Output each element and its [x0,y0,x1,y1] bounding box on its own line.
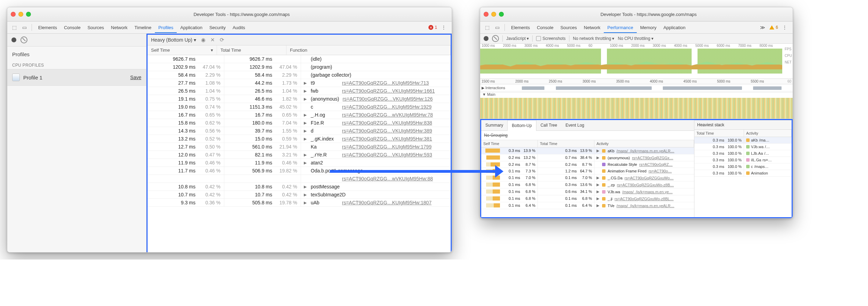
table-row[interactable]: rs=ACT90oGqRZGG…wVKUIgM95Hw:88 [148,175,451,183]
table-row[interactable]: 9626.7 ms9626.7 ms(idle) [148,55,451,63]
screenshots-checkbox[interactable]: Screenshots [536,36,566,41]
table-row[interactable]: 0.1 ms6.8 %0.1 ms6.8 %▶_.ji rs=ACT90oGqR… [481,195,694,202]
close-icon[interactable] [484,12,489,17]
tab-elements[interactable]: Elements [508,22,533,33]
tab-bottom-up[interactable]: Bottom-Up [507,120,536,131]
device-icon[interactable]: ▭ [20,23,29,32]
table-row[interactable]: 0.2 ms13.2 %0.7 ms38.4 %▶(anonymous) rs=… [481,154,694,161]
tab-application[interactable]: Application [660,22,689,33]
table-row[interactable]: 0.1 ms6.4 %0.1 ms6.4 %▶TVe /maps/_/js/k=… [481,202,694,209]
zoom-icon[interactable] [499,12,504,17]
table-row[interactable]: 15.8 ms0.62 %180.0 ms7.04 %▶F1e.Rrs=ACT9… [148,119,451,127]
table-row[interactable]: 16.7 ms0.65 %16.7 ms0.65 %▶_.H.ogrs=ACT9… [148,111,451,119]
source-link[interactable]: rs=ACT90oGqRZGGx… [632,156,673,160]
table-row[interactable]: 27.7 ms1.08 %44.2 ms1.73 %▶t9rs=ACT90oGq… [148,79,451,87]
col-total-time[interactable]: Total Time [217,45,286,55]
table-row[interactable]: 0.3 ms100.0 %c /maps… [694,163,792,170]
tab-elements[interactable]: Elements [35,22,60,33]
tab-audits[interactable]: Audits [229,22,249,33]
table-row[interactable]: 0.2 ms8.7 %0.2 ms8.7 %Recalculate Style … [481,161,694,168]
source-link[interactable]: rs=ACT90oGqRZGG…KUIgM95Hw:1799 [342,144,432,150]
timeline-ruler[interactable]: 1500 ms2000 ms2500 ms3000 ms3500 ms4000 … [480,79,793,84]
source-link[interactable]: rs=ACT90oGqRZGGxuWo… [625,176,674,180]
source-link[interactable]: rs=ACT90oGqRZGG…VKUIgM95Hw:126 [343,96,433,102]
kebab-icon[interactable]: ⋮ [779,25,790,30]
refresh-icon[interactable]: ⟳ [220,37,224,43]
grouping-dropdown[interactable]: No Grouping [481,131,694,140]
source-link[interactable]: rs=ACT90oGqRZ… [639,162,673,167]
inspect-icon[interactable]: ⬚ [10,23,19,32]
table-row[interactable]: 9.3 ms0.36 %505.8 ms19.78 %▶uAbrs=ACT90o… [148,199,451,207]
eye-icon[interactable]: ◉ [201,37,206,43]
col-function[interactable]: Function [286,45,451,55]
inspect-icon[interactable]: ⬚ [483,23,492,32]
network-throttle-dropdown[interactable]: No network throttling ▾ [573,36,614,41]
source-link[interactable]: rs=ACT90oGqRZGGxuWo-z8B… [617,183,674,187]
table-row[interactable]: 0.3 ms100.0 %LJb.Aa /… [694,150,792,157]
source-link[interactable]: rs=ACT90oGqRZGG…wVKUIgM95Hw:88 [342,176,433,181]
tab-console[interactable]: Console [60,22,84,33]
tab-network[interactable]: Network [581,22,604,33]
table-row[interactable]: 0.1 ms6.8 %0.6 ms34.1 %▶VJb.wa /maps/_/j… [481,188,694,195]
table-row[interactable]: 13.2 ms0.52 %15.0 ms0.59 %▶_.gK.indexrs=… [148,135,451,143]
col-self-time[interactable]: Self Time [481,140,538,147]
source-link[interactable]: rs=… [762,158,772,162]
tab-timeline[interactable]: Timeline [131,22,155,33]
overflow-icon[interactable]: ≫ [757,25,768,30]
source-link[interactable]: /maps/_/js/k=maps.m.en.yeALR… [617,149,675,153]
clear-icon[interactable] [20,36,27,43]
table-row[interactable]: 58.4 ms2.29 %58.4 ms2.29 %(garbage colle… [148,71,451,79]
source-link[interactable]: rs=ACT90oGqRZGG…VKUIgM95Hw:381 [342,136,432,142]
cpu-throttle-dropdown[interactable]: No CPU throttling ▾ [618,36,653,41]
source-link[interactable]: rs=ACT90oGqRZGG…VKUIgM95Hw:1661 [342,88,435,94]
source-link[interactable]: rs=ACT90oGqRZGG…wVKUIgM95Hw:78 [342,112,433,118]
table-row[interactable]: 0.3 ms100.0 %aKb /ma… [694,137,792,144]
col-total-time[interactable]: Total Time [538,140,594,147]
table-row[interactable]: 10.8 ms0.42 %10.8 ms0.42 %▶postMessage [148,183,451,191]
tab-network[interactable]: Network [108,22,131,33]
tab-performance[interactable]: Performance [604,22,636,33]
table-row[interactable]: 1202.9 ms47.04 %1202.9 ms47.04 %(program… [148,63,451,71]
source-link[interactable]: rs=ACT90oGqRZGG…KUIgM95Hw:713 [342,80,429,86]
table-row[interactable]: 0.1 ms7.3 %1.2 ms64.7 %Animation Frame F… [481,168,694,175]
view-dropdown[interactable]: Heavy (Bottom Up) ▾ [151,37,196,43]
tab-event-log[interactable]: Event Log [561,120,589,130]
flame-chart[interactable] [480,98,793,119]
tab-sources[interactable]: Sources [84,22,108,33]
source-link[interactable]: rs=ACT90oGqRZGG…VKUIgM95Hw:838 [342,120,432,126]
tab-sources[interactable]: Sources [557,22,581,33]
tab-profiles[interactable]: Profiles [155,22,177,33]
track-interactions[interactable]: ▶ Interactions Ani…ion Animation Animati… [480,85,793,91]
source-link[interactable]: /maps/_/js/k=maps.m.en.ye… [622,190,673,194]
table-row[interactable]: 0.3 ms100.0 %VJb.wa /… [694,144,792,150]
tab-memory[interactable]: Memory [637,22,660,33]
error-badge[interactable]: ✕1 [428,25,437,30]
clear-icon[interactable] [492,35,499,42]
table-row[interactable]: 11.9 ms0.46 %11.9 ms0.46 %▶atan2 [148,159,451,167]
source-link[interactable]: rs=ACT90o… [649,169,672,173]
warning-badge[interactable]: 6 [769,25,778,30]
source-link[interactable]: /maps… [754,164,769,169]
tab-call-tree[interactable]: Call Tree [536,120,561,130]
col-total-time[interactable]: Total Time [694,130,744,137]
close-icon[interactable]: ✕ [210,37,215,43]
device-icon[interactable]: ▭ [493,23,502,32]
kebab-icon[interactable]: ⋮ [439,25,449,30]
table-row[interactable]: 14.3 ms0.56 %39.7 ms1.55 %▶drs=ACT90oGqR… [148,127,451,135]
profile-row[interactable]: Profile 1 Save [7,69,146,86]
zoom-icon[interactable] [26,12,31,17]
table-row[interactable]: 12.0 ms0.47 %82.1 ms3.21 %▶_.rYe.Rrs=ACT… [148,151,451,159]
minimize-icon[interactable] [491,12,496,17]
table-row[interactable]: 0.3 ms100.0 %iIL.Ga rs=… [694,157,792,163]
source-link[interactable]: /ma… [759,138,769,142]
table-row[interactable]: 10.7 ms0.42 %10.7 ms0.42 %▶texSubImage2D [148,191,451,199]
tab-application[interactable]: Application [177,22,206,33]
col-activity[interactable]: Activity [744,130,792,137]
source-link[interactable]: /… [764,151,769,155]
source-link[interactable]: rs=ACT90oGqRZGG…KUIgM95Hw:1929 [342,104,432,110]
record-icon[interactable] [11,37,16,42]
table-row[interactable]: 12.7 ms0.50 %561.0 ms21.94 %Kars=ACT90oG… [148,143,451,151]
source-link[interactable]: rs=ACT90oGqRZGG…VKUIgM95Hw:389 [342,128,432,134]
capture-dropdown[interactable]: JavaScript ▾ [506,36,529,41]
minimize-icon[interactable] [18,12,23,17]
